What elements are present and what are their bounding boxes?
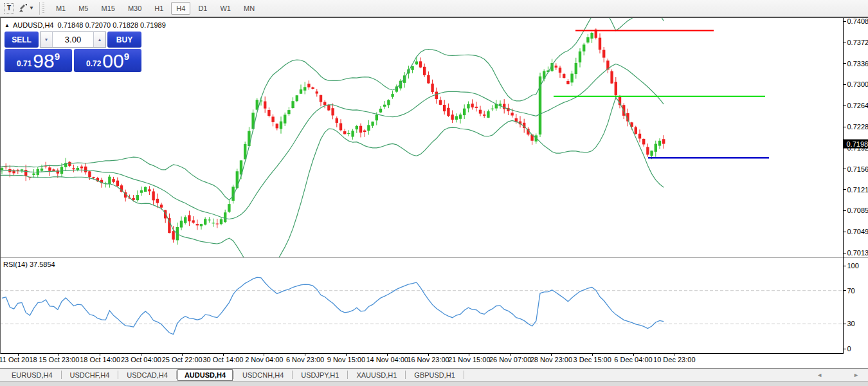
volume-decrease-icon[interactable]: ▼ xyxy=(41,32,53,47)
tab-divider xyxy=(464,371,464,379)
chart-tab-audusd[interactable]: AUDUSD,H4 xyxy=(177,369,233,381)
toolbar-grip[interactable] xyxy=(42,3,44,14)
timeframe-group: M1M5M15M30H1H4D1W1MN xyxy=(50,0,261,17)
mt5-window: T ▼ M1M5M15M30H1H4D1W1MN 0.740800.737200… xyxy=(0,0,868,386)
one-click-trading-panel: SELL ▼ 3.00 ▲ BUY 0.71989 0.72009 xyxy=(5,32,141,72)
dropdown-caret-icon: ▼ xyxy=(29,5,34,11)
bid-pip-digit: 9 xyxy=(55,51,60,62)
timeframe-button-mn[interactable]: MN xyxy=(239,2,260,15)
svg-text:0.73360: 0.73360 xyxy=(847,60,868,68)
ask-pip-digit: 9 xyxy=(124,51,129,62)
chart-tab-xauusd[interactable]: XAUUSD,H1 xyxy=(348,369,404,381)
bollinger-lower-line[interactable] xyxy=(0,97,664,275)
svg-text:0.71989: 0.71989 xyxy=(847,140,868,148)
timeframe-button-h4[interactable]: H4 xyxy=(171,2,190,15)
svg-text:0.70490: 0.70490 xyxy=(847,228,868,235)
svg-text:0.71210: 0.71210 xyxy=(847,186,868,194)
buy-button[interactable]: BUY xyxy=(107,32,141,48)
collapse-panel-icon[interactable]: ▲ xyxy=(5,23,10,28)
chart-tabbar: EURUSD,H4USDCHF,H4USDCAD,H4AUDUSD,H4USDC… xyxy=(0,368,868,381)
timeframe-button-m15[interactable]: M15 xyxy=(96,2,120,15)
bid-big-digits: 98 xyxy=(33,50,54,72)
chart-tab-usdjpy[interactable]: USDJPY,H1 xyxy=(293,369,347,381)
tab-divider xyxy=(118,371,118,379)
bid-price[interactable]: 0.71989 xyxy=(5,49,72,72)
volume-increase-icon[interactable]: ▲ xyxy=(93,32,105,47)
timeframe-button-d1[interactable]: D1 xyxy=(193,2,212,15)
svg-text:30 Oct 14:00: 30 Oct 14:00 xyxy=(203,356,244,363)
sell-button[interactable]: SELL xyxy=(5,32,39,48)
svg-text:0.72640: 0.72640 xyxy=(847,102,868,109)
svg-text:0.74080: 0.74080 xyxy=(847,18,868,25)
tabs-scroll-right-icon[interactable]: ► xyxy=(853,372,859,378)
svg-text:18 Oct 14:00: 18 Oct 14:00 xyxy=(80,356,120,363)
svg-text:25 Oct 22:00: 25 Oct 22:00 xyxy=(162,356,203,363)
arrange-icon xyxy=(17,4,27,13)
tab-divider xyxy=(292,371,293,379)
timeframe-button-m30[interactable]: M30 xyxy=(123,2,147,15)
svg-text:0.72280: 0.72280 xyxy=(847,123,868,131)
svg-text:11 Oct 2018: 11 Oct 2018 xyxy=(0,356,37,363)
tab-divider xyxy=(176,371,177,379)
tab-divider xyxy=(405,371,406,379)
svg-text:21 Nov 15:00: 21 Nov 15:00 xyxy=(448,356,490,363)
bid-prefix: 0.71 xyxy=(17,59,32,68)
rsi-pane[interactable] xyxy=(0,277,843,334)
status-bar xyxy=(0,381,868,386)
chart-tab-usdcnh[interactable]: USDCNH,H4 xyxy=(235,369,291,381)
svg-text:26 Nov 07:00: 26 Nov 07:00 xyxy=(489,356,531,363)
svg-text:9 Nov 15:00: 9 Nov 15:00 xyxy=(327,356,365,363)
chart-tab-usdcad[interactable]: USDCAD,H4 xyxy=(119,369,176,381)
svg-text:10 Dec 23:00: 10 Dec 23:00 xyxy=(653,356,695,363)
timeframe-button-m1[interactable]: M1 xyxy=(51,2,71,15)
rsi-line[interactable] xyxy=(2,277,664,334)
toolbar-separator xyxy=(39,2,40,15)
svg-text:28 Nov 23:00: 28 Nov 23:00 xyxy=(530,356,572,363)
svg-text:23 Oct 04:00: 23 Oct 04:00 xyxy=(121,356,161,363)
tab-divider xyxy=(61,371,62,379)
tab-scroll-buttons: ◄ ► xyxy=(817,372,868,378)
svg-text:6 Nov 23:00: 6 Nov 23:00 xyxy=(286,356,324,363)
ask-price[interactable]: 0.72009 xyxy=(74,49,141,72)
svg-text:30: 30 xyxy=(847,320,855,327)
quote-ohlc-text: AUDUSD,H4 0.71848 0.72070 0.71828 0.7198… xyxy=(13,21,166,29)
rsi-indicator-label: RSI(14) 37.5854 xyxy=(3,261,55,268)
trade-row: SELL ▼ 3.00 ▲ BUY xyxy=(5,32,141,48)
text-tool-icon: T xyxy=(4,3,14,14)
timeframe-button-h1[interactable]: H1 xyxy=(149,2,168,15)
toolbar: T ▼ M1M5M15M30H1H4D1W1MN xyxy=(0,0,868,17)
current-price-marker: 0.71989 xyxy=(843,140,868,149)
bollinger-middle-line[interactable] xyxy=(0,64,664,219)
quote-bar: ▲ AUDUSD,H4 0.71848 0.72070 0.71828 0.71… xyxy=(5,21,166,29)
svg-text:0.71560: 0.71560 xyxy=(847,165,868,173)
svg-text:0.70850: 0.70850 xyxy=(847,207,868,214)
svg-text:3 Dec 15:00: 3 Dec 15:00 xyxy=(574,356,611,363)
svg-text:70: 70 xyxy=(847,287,855,295)
volume-stepper[interactable]: ▼ 3.00 ▲ xyxy=(40,32,106,48)
svg-text:0.73720: 0.73720 xyxy=(847,39,868,46)
timeframe-button-m5[interactable]: M5 xyxy=(73,2,93,15)
chart-tabs: EURUSD,H4USDCHF,H4USDCAD,H4AUDUSD,H4USDC… xyxy=(0,369,465,381)
chart-tab-gbpusd[interactable]: GBPUSD,H1 xyxy=(406,369,463,381)
volume-value[interactable]: 3.00 xyxy=(53,32,93,47)
svg-text:15 Oct 23:00: 15 Oct 23:00 xyxy=(39,356,79,363)
chart-window: 0.740800.737200.733600.730000.726400.722… xyxy=(0,18,868,368)
ask-big-digits: 00 xyxy=(102,50,123,72)
chart-tab-eurusd[interactable]: EURUSD,H4 xyxy=(4,369,60,381)
svg-text:2 Nov 04:00: 2 Nov 04:00 xyxy=(245,356,283,363)
chart-tab-usdchf[interactable]: USDCHF,H4 xyxy=(62,369,118,381)
svg-text:6 Dec 04:00: 6 Dec 04:00 xyxy=(614,356,652,363)
svg-text:14 Nov 04:00: 14 Nov 04:00 xyxy=(366,356,408,363)
timeframe-button-w1[interactable]: W1 xyxy=(215,2,236,15)
svg-text:16 Nov 23:00: 16 Nov 23:00 xyxy=(407,356,449,363)
ask-prefix: 0.72 xyxy=(86,59,101,68)
price-row: 0.71989 0.72009 xyxy=(5,49,141,72)
svg-text:0.70130: 0.70130 xyxy=(847,249,868,257)
text-tool-button[interactable]: T xyxy=(2,2,16,15)
svg-text:100: 100 xyxy=(847,262,859,270)
tab-divider xyxy=(347,371,348,379)
svg-text:0.73000: 0.73000 xyxy=(847,80,868,88)
arrange-windows-button[interactable]: ▼ xyxy=(16,2,35,15)
tabs-scroll-left-icon[interactable]: ◄ xyxy=(817,372,822,378)
tab-divider xyxy=(233,371,234,379)
